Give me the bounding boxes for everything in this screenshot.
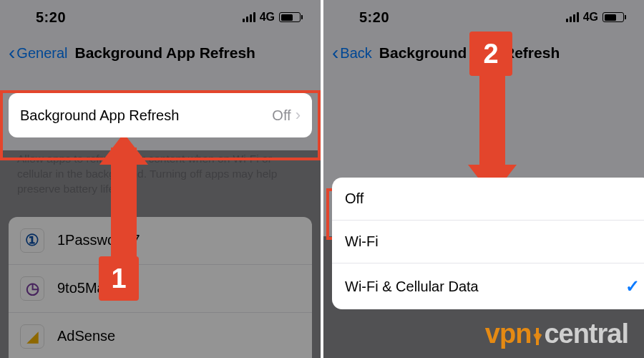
option-label: Wi-Fi & Cellular Data — [345, 279, 479, 295]
status-right: 4G — [243, 11, 301, 24]
app-name: 1Password 7 — [57, 232, 140, 248]
status-bar: 5:20 4G — [323, 0, 644, 34]
page-title: Background App Refresh — [74, 44, 255, 62]
app-row[interactable]: ◷ 9to5Mac — [9, 265, 312, 313]
battery-icon — [279, 12, 301, 22]
option-wifi-cellular[interactable]: Wi-Fi & Cellular Data ✓ — [332, 263, 644, 309]
app-name: AdSense — [57, 328, 115, 344]
page-title: Background App Refresh — [379, 44, 560, 62]
checkmark-icon: ✓ — [625, 276, 640, 296]
row-value-wrap: Off › — [272, 106, 301, 125]
back-label: General — [16, 45, 67, 62]
option-wifi[interactable]: Wi-Fi — [332, 221, 644, 263]
app-row[interactable]: ◢ AdSense — [9, 313, 312, 358]
signal-icon — [566, 12, 579, 22]
nav-bar: ‹ Back Background App Refresh — [323, 34, 644, 72]
phone-left: 5:20 4G ‹ General Background App Refresh… — [0, 0, 321, 358]
app-icon: ◢ — [20, 324, 44, 349]
battery-icon — [602, 12, 624, 22]
app-list: ① 1Password 7 ◷ 9to5Mac ◢ AdSense a Airt… — [9, 217, 312, 358]
option-label: Off — [345, 190, 364, 207]
network-label: 4G — [583, 11, 598, 24]
screenshot-stage: 5:20 4G ‹ General Background App Refresh… — [0, 0, 644, 358]
options-sheet: Off Wi-Fi Wi-Fi & Cellular Data ✓ — [332, 178, 644, 309]
back-button[interactable]: ‹ General — [9, 43, 67, 63]
app-icon: ◷ — [20, 276, 44, 301]
signal-icon — [243, 12, 255, 22]
network-label: 4G — [260, 11, 275, 24]
option-off[interactable]: Off — [332, 178, 644, 221]
status-bar: 5:20 4G — [0, 0, 321, 34]
status-right: 4G — [566, 11, 624, 24]
background-app-refresh-row[interactable]: Background App Refresh Off › — [9, 93, 312, 137]
back-button[interactable]: ‹ Back — [332, 43, 372, 63]
app-row[interactable]: ① 1Password 7 — [9, 217, 312, 265]
row-label: Background App Refresh — [20, 107, 179, 124]
app-icon: ① — [20, 228, 44, 253]
row-value: Off — [272, 107, 291, 124]
phone-right: 5:20 4G ‹ Back Background App Refresh Of… — [323, 0, 644, 358]
option-label: Wi-Fi — [345, 233, 379, 250]
main-setting-group: Background App Refresh Off › — [9, 93, 312, 137]
chevron-right-icon: › — [296, 106, 301, 125]
back-label: Back — [340, 45, 371, 62]
app-name: 9to5Mac — [57, 280, 112, 296]
chevron-left-icon: ‹ — [332, 43, 338, 63]
status-time: 5:20 — [36, 9, 66, 26]
status-time: 5:20 — [359, 9, 389, 26]
nav-bar: ‹ General Background App Refresh — [0, 34, 321, 72]
chevron-left-icon: ‹ — [9, 43, 15, 63]
help-text: Allow apps to refresh their content when… — [0, 145, 321, 210]
